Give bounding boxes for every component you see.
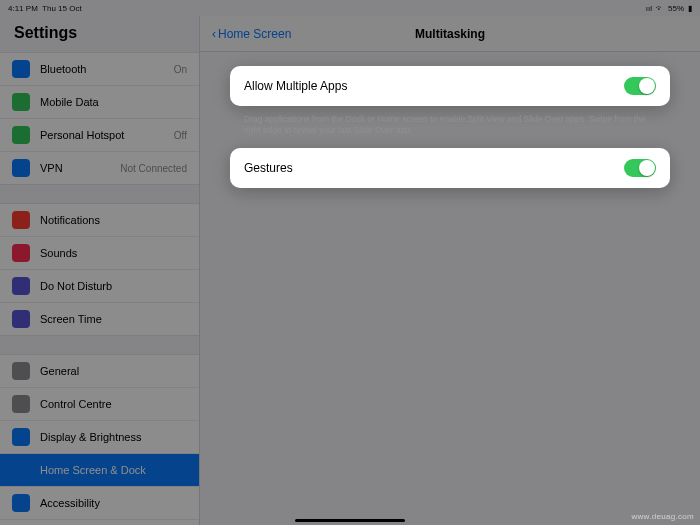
- speaker-icon: [12, 244, 30, 262]
- status-bar: 4:11 PM Thu 15 Oct ııl ᯤ 55% ▮: [0, 0, 700, 16]
- sidebar-item-label: Notifications: [40, 214, 187, 226]
- sidebar-item-home-screen-dock[interactable]: Home Screen & Dock: [0, 454, 199, 487]
- main-pane: ‹ Home Screen Multitasking Allow Multipl…: [200, 16, 700, 525]
- sidebar-item-label: Display & Brightness: [40, 431, 187, 443]
- sidebar-item-label: Home Screen & Dock: [40, 464, 187, 476]
- home-indicator[interactable]: [295, 519, 405, 522]
- settings-sidebar: Settings BluetoothOnMobile DataPersonal …: [0, 16, 200, 525]
- back-button[interactable]: ‹ Home Screen: [212, 27, 291, 41]
- gestures-row[interactable]: Gestures: [230, 148, 670, 188]
- allow-multiple-apps-label: Allow Multiple Apps: [244, 79, 624, 93]
- allow-multiple-apps-row[interactable]: Allow Multiple Apps: [230, 66, 670, 106]
- back-label: Home Screen: [218, 27, 291, 41]
- sidebar-item-label: Accessibility: [40, 497, 187, 509]
- sidebar-item-label: Personal Hotspot: [40, 129, 174, 141]
- signal-icon: ııl: [646, 4, 652, 13]
- sidebar-item-notifications[interactable]: Notifications: [0, 204, 199, 237]
- sidebar-item-label: Bluetooth: [40, 63, 174, 75]
- nav-bar: ‹ Home Screen Multitasking: [200, 16, 700, 52]
- antenna-icon: [12, 93, 30, 111]
- sidebar-item-mobile-data[interactable]: Mobile Data: [0, 86, 199, 119]
- switches-icon: [12, 395, 30, 413]
- vpn-icon: [12, 159, 30, 177]
- moon-icon: [12, 277, 30, 295]
- gestures-toggle[interactable]: [624, 159, 656, 177]
- sidebar-item-personal-hotspot[interactable]: Personal HotspotOff: [0, 119, 199, 152]
- grid-icon: [12, 461, 30, 479]
- sidebar-item-sounds[interactable]: Sounds: [0, 237, 199, 270]
- sidebar-item-value: Not Connected: [120, 163, 187, 174]
- battery-percent: 55%: [668, 4, 684, 13]
- sidebar-item-vpn[interactable]: VPNNot Connected: [0, 152, 199, 184]
- sidebar-item-label: Mobile Data: [40, 96, 187, 108]
- sidebar-item-label: Sounds: [40, 247, 187, 259]
- text-size-icon: [12, 428, 30, 446]
- sidebar-group-notifications: NotificationsSoundsDo Not DisturbScreen …: [0, 203, 199, 336]
- sidebar-item-accessibility[interactable]: Accessibility: [0, 487, 199, 520]
- sidebar-item-label: Screen Time: [40, 313, 187, 325]
- gear-icon: [12, 362, 30, 380]
- sidebar-item-label: VPN: [40, 162, 120, 174]
- watermark: www.deuag.com: [631, 512, 694, 521]
- allow-multiple-apps-toggle[interactable]: [624, 77, 656, 95]
- gestures-label: Gestures: [244, 161, 624, 175]
- sidebar-item-wallpaper[interactable]: Wallpaper: [0, 520, 199, 525]
- allow-multiple-apps-helper: Drag applications from the Dock or Home …: [230, 112, 670, 148]
- sidebar-item-value: On: [174, 64, 187, 75]
- sidebar-item-display-brightness[interactable]: Display & Brightness: [0, 421, 199, 454]
- status-time: 4:11 PM: [8, 4, 38, 13]
- wifi-icon: ᯤ: [656, 4, 664, 13]
- sidebar-item-do-not-disturb[interactable]: Do Not Disturb: [0, 270, 199, 303]
- sidebar-item-screen-time[interactable]: Screen Time: [0, 303, 199, 335]
- chevron-left-icon: ‹: [212, 27, 216, 41]
- sidebar-item-value: Off: [174, 130, 187, 141]
- accessibility-icon: [12, 494, 30, 512]
- link-icon: [12, 126, 30, 144]
- bell-icon: [12, 211, 30, 229]
- sidebar-item-label: Control Centre: [40, 398, 187, 410]
- hourglass-icon: [12, 310, 30, 328]
- sidebar-group-connectivity: BluetoothOnMobile DataPersonal HotspotOf…: [0, 52, 199, 185]
- sidebar-item-general[interactable]: General: [0, 355, 199, 388]
- sidebar-title: Settings: [0, 16, 199, 52]
- sidebar-item-control-centre[interactable]: Control Centre: [0, 388, 199, 421]
- status-date: Thu 15 Oct: [42, 4, 82, 13]
- sidebar-group-general: GeneralControl CentreDisplay & Brightnes…: [0, 354, 199, 525]
- sidebar-item-bluetooth[interactable]: BluetoothOn: [0, 53, 199, 86]
- battery-icon: ▮: [688, 4, 692, 13]
- sidebar-item-label: Do Not Disturb: [40, 280, 187, 292]
- sidebar-item-label: General: [40, 365, 187, 377]
- bluetooth-icon: [12, 60, 30, 78]
